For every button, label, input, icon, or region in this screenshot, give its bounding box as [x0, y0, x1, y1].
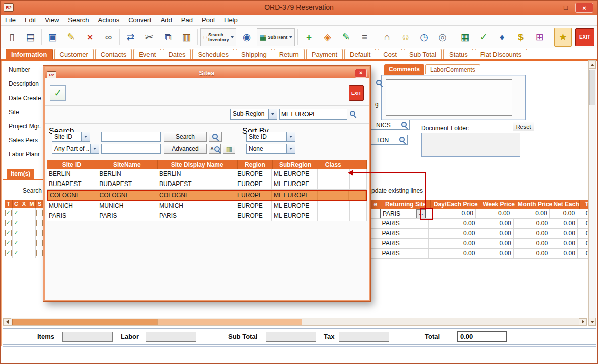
vertical-scrollbar[interactable]: [588, 60, 596, 326]
checkbox[interactable]: [29, 250, 35, 256]
tab-status[interactable]: Status: [443, 49, 473, 60]
sites-row-cologne-selected[interactable]: COLOGNE COLOGNE COLOGNE EUROPE ML EUROPE: [47, 190, 367, 201]
tax-field[interactable]: [339, 332, 389, 342]
sites-row-berlin[interactable]: BERLIN BERLIN BERLIN EUROPE ML EUROPE: [47, 169, 367, 179]
tab-cost[interactable]: Cost: [378, 49, 402, 60]
pricing-row[interactable]: PARIS 0.00 0.00 0.00 0.00 0.00: [370, 219, 588, 229]
pool-button[interactable]: ◈: [319, 28, 336, 47]
letter-search-button[interactable]: A: [209, 144, 221, 154]
pads-button[interactable]: ≡: [356, 28, 373, 47]
menu-pad[interactable]: Pad: [177, 15, 197, 26]
sites-row-munich[interactable]: MUNICH MUNICH MUNICH EUROPE ML EUROPE: [47, 201, 367, 211]
scroll-right-button[interactable]: [579, 318, 587, 325]
scrollbar-thumb[interactable]: [12, 319, 157, 325]
confirm-button[interactable]: ✓: [50, 85, 66, 101]
checkbox[interactable]: ✓: [13, 240, 19, 246]
cart-button[interactable]: ⊞: [531, 28, 548, 47]
chevron-down-icon[interactable]: [268, 109, 277, 119]
disc-button[interactable]: ◎: [434, 28, 452, 47]
close-button[interactable]: ×: [575, 3, 593, 13]
checkbox[interactable]: ✓: [13, 210, 19, 216]
tab-payment[interactable]: Payment: [306, 49, 343, 60]
document-folder-area[interactable]: [421, 133, 520, 157]
menu-file[interactable]: File: [1, 15, 20, 26]
tab-sub-total[interactable]: Sub Total: [404, 49, 442, 60]
checkbox[interactable]: [36, 230, 43, 236]
tab-flat-discounts[interactable]: Flat Discounts: [475, 49, 527, 60]
advanced-button[interactable]: Advanced: [164, 144, 207, 154]
maximize-button[interactable]: □: [558, 3, 573, 13]
grand-total-field[interactable]: 0.00: [457, 331, 507, 342]
checkbox[interactable]: ✓: [13, 230, 19, 236]
person-search-button[interactable]: [209, 132, 222, 142]
checkbox[interactable]: ✓: [5, 250, 12, 256]
key-button[interactable]: ♦: [493, 28, 511, 47]
checkbox[interactable]: ✓: [5, 220, 12, 226]
pricing-row[interactable]: PARIS 0.00 0.00 0.00 0.00 0.00: [370, 229, 588, 239]
horizontal-scrollbar[interactable]: [3, 318, 587, 326]
export-convert-button[interactable]: ⇄: [122, 28, 139, 47]
save-button[interactable]: ▣: [44, 28, 61, 47]
smiley-button[interactable]: ☺: [397, 28, 414, 47]
match-mode-dropdown[interactable]: Any Part of ...: [52, 144, 99, 154]
lookup-field[interactable]: NICS: [370, 120, 410, 130]
chevron-down-icon[interactable]: [231, 36, 234, 38]
reset-button[interactable]: Reset: [513, 122, 534, 131]
menu-search[interactable]: Search: [63, 15, 93, 26]
checkbox[interactable]: [29, 220, 35, 226]
search-button[interactable]: Search: [164, 132, 207, 142]
checkbox[interactable]: [36, 250, 43, 256]
tab-customer[interactable]: Customer: [54, 49, 94, 60]
pricing-row[interactable]: PARIS 0.00 0.00 0.00 0.00 0.00: [370, 239, 588, 249]
items-total-field[interactable]: [62, 332, 113, 342]
sites-row-budapest[interactable]: BUDAPEST BUDAPEST BUDAPEST EUROPE ML EUR…: [47, 179, 367, 190]
checkbox[interactable]: ✓: [5, 230, 12, 236]
menu-convert[interactable]: Convert: [124, 15, 156, 26]
tab-return[interactable]: Return: [274, 49, 305, 60]
add-button[interactable]: +: [300, 28, 318, 47]
tab-items[interactable]: Item(s): [7, 169, 34, 179]
pricing-row[interactable]: PARIS ... 0.00 0.00 0.00 0.00 0.00: [370, 209, 588, 219]
tab-shipping[interactable]: Shipping: [236, 49, 272, 60]
checkbox[interactable]: ✓: [5, 210, 12, 216]
menu-help[interactable]: Help: [219, 15, 242, 26]
lookup-search-icon[interactable]: [399, 136, 406, 144]
subtotal-field[interactable]: [266, 332, 316, 342]
tab-schedules[interactable]: Schedules: [192, 49, 234, 60]
chevron-down-icon[interactable]: [81, 132, 90, 141]
sites-row-paris[interactable]: PARIS PARIS PARIS EUROPE ML EUROPE: [47, 211, 367, 221]
tab-default[interactable]: Default: [344, 49, 376, 60]
tab-labor-comments[interactable]: LaborComments: [425, 64, 480, 74]
grid-export-button[interactable]: ▦: [223, 144, 235, 154]
menu-view[interactable]: View: [40, 15, 63, 26]
search-value-input[interactable]: [101, 132, 161, 142]
copy-button[interactable]: ⧉: [159, 28, 177, 47]
tab-comments[interactable]: Comments: [384, 64, 424, 75]
new-document-button[interactable]: ▯: [3, 28, 21, 47]
checkbox[interactable]: [21, 250, 27, 256]
print-button[interactable]: ▤: [22, 28, 39, 47]
subregion-dropdown[interactable]: Sub-Region: [230, 109, 277, 120]
search-field-dropdown[interactable]: Site ID: [52, 132, 90, 142]
database-button[interactable]: ▦: [456, 28, 474, 47]
paste-button[interactable]: ▥: [178, 28, 195, 47]
checkbox[interactable]: [29, 240, 35, 246]
search-inventory-button[interactable]: ◌ Search Inventory: [200, 28, 236, 46]
cut-button[interactable]: ✂: [140, 28, 158, 47]
dialog-close-button[interactable]: ×: [355, 69, 367, 78]
checklist-button[interactable]: ✓: [475, 28, 492, 47]
subregion-filter-input[interactable]: [279, 109, 347, 120]
checkbox[interactable]: [29, 210, 35, 216]
money-button[interactable]: $: [512, 28, 530, 47]
scroll-up-button[interactable]: [589, 61, 596, 69]
subregion-search-icon[interactable]: [349, 110, 357, 118]
checkbox[interactable]: ✓: [13, 250, 19, 256]
tab-event[interactable]: Event: [133, 49, 161, 60]
pricing-row[interactable]: PARIS 0.00 0.00 0.00 0.00 0.00: [370, 249, 588, 259]
menu-pool[interactable]: Pool: [197, 15, 219, 26]
drop-button[interactable]: ◉: [238, 28, 255, 47]
delete-button[interactable]: ×: [81, 28, 99, 47]
binoculars-search-button[interactable]: ∞: [100, 28, 117, 47]
checkbox[interactable]: [21, 220, 27, 226]
sub-rent-button[interactable]: ▦ Sub Rent: [257, 28, 295, 46]
